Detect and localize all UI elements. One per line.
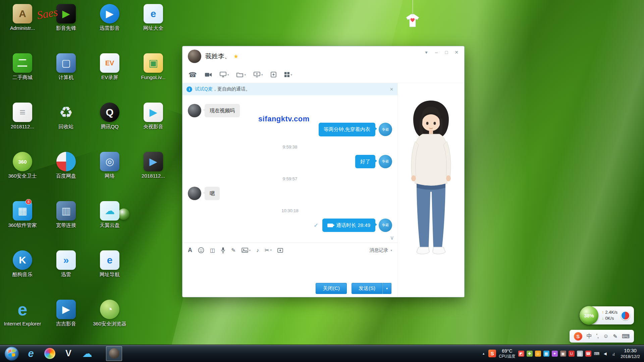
desktop-icon-doc-20181122[interactable]: ≡2018112... (2, 103, 43, 130)
net-speed-widget[interactable]: 38% ↑2.4K/s ↓0K/s (580, 306, 634, 324)
desktop-icon-video-20181122[interactable]: ▶2018112... (133, 152, 174, 179)
qq-show-panel[interactable] (398, 83, 464, 297)
image-button[interactable]: ▾ (241, 248, 251, 253)
window-shake-button[interactable]: ◫ (210, 248, 215, 253)
desktop-icon-fungoliv[interactable]: ▣FungoLiv... (133, 53, 174, 81)
desktop-icon-360-browser[interactable]: ◔360安全浏览器 (89, 300, 130, 327)
desktop-icon-broadband[interactable]: ▥宽带连接 (46, 201, 87, 229)
taskbar-button-qq-chat[interactable] (106, 346, 122, 361)
tray-app-5[interactable]: ✦ (552, 351, 558, 357)
desktop-icon-wangzhi-daquan[interactable]: e网址大全 (133, 4, 174, 32)
desktop-icon-network[interactable]: ◎网络 (89, 152, 130, 179)
tray-app-6[interactable]: ▣ (560, 351, 566, 357)
desktop-icon-yingyin-xianfeng[interactable]: ▶Saes影音先锋 (46, 4, 87, 32)
emoji-picker-icon[interactable]: ☺ (603, 333, 608, 339)
desktop-icon-ev-luping[interactable]: EVEV录屏 (89, 53, 130, 81)
sogou-logo-icon[interactable]: S (574, 332, 582, 341)
taskbar-clock[interactable]: 10:30 2018/12/2 (621, 348, 640, 359)
tray-app-9[interactable]: ☎ (585, 351, 591, 357)
taskbar-button-v-player[interactable]: V (60, 346, 76, 361)
video-call-button[interactable] (202, 71, 215, 79)
peer-avatar-large[interactable] (188, 50, 201, 63)
tray-app-3[interactable]: ☺ (535, 351, 541, 357)
desktop-icon-label: 网络 (89, 173, 130, 179)
screen-share-button[interactable]: ▾ (251, 70, 266, 79)
window-titlebar[interactable]: 莪姓李、 ★ ▾ – □ ✕ (182, 46, 464, 66)
cbox-icon: ▶ (144, 103, 163, 122)
desktop-icon-xunlei[interactable]: »迅雷 (46, 250, 87, 278)
message-vault-button[interactable] (277, 247, 283, 253)
desktop-icon-360-safe[interactable]: 360360安全卫士 (2, 152, 43, 179)
tray-app-8[interactable]: ▧ (577, 351, 583, 357)
message-input[interactable] (182, 257, 397, 280)
desktop-icon-label: 360安全卫士 (2, 173, 43, 179)
desktop-icon-cctv-yingyin[interactable]: ▶央视影音 (133, 103, 174, 130)
desktop-icon-wangzhi-daohang[interactable]: e网址导航 (89, 250, 130, 278)
tray-app-2[interactable]: ✚ (527, 351, 533, 357)
message-history-button[interactable]: 消息记录 ▾ (369, 247, 392, 253)
message-row: 嗯 (188, 187, 392, 200)
chat-title: 莪姓李、 (205, 52, 231, 61)
scroll-down-icon[interactable]: ∨ (390, 234, 394, 241)
music-button[interactable]: ♪ (256, 248, 259, 253)
maximize-button[interactable]: □ (441, 48, 451, 56)
tray-keyboard-icon[interactable]: ⌨ (594, 351, 600, 357)
tray-volume-icon[interactable]: ◀ (602, 351, 608, 357)
close-button[interactable]: ✕ (451, 48, 462, 56)
desktop-icon-recycle-bin[interactable]: ♻回收站 (46, 103, 87, 130)
chinese-mode-icon[interactable]: 中 (587, 333, 592, 340)
tray-app-4[interactable]: ▦ (543, 351, 549, 357)
self-avatar[interactable]: 争霸 (379, 155, 392, 168)
sogou-input-icon[interactable]: S (488, 350, 496, 357)
360-ball-icon[interactable] (621, 311, 630, 320)
voice-message-button[interactable] (221, 247, 225, 253)
handwriting-icon[interactable]: ✎ (613, 333, 618, 340)
font-button[interactable]: A (188, 247, 192, 254)
desktop-icon-baidu-pan[interactable]: 百度网盘 (46, 152, 87, 179)
desktop-icon-administrator[interactable]: AAdministr... (2, 4, 43, 32)
ie-icon: e (144, 4, 163, 23)
taskbar-button-ie[interactable]: e (23, 346, 39, 361)
emoji-button[interactable] (198, 247, 204, 253)
desktop-icon-tencent-qq[interactable]: Q腾讯QQ (89, 103, 130, 130)
handwrite-button[interactable]: ✎ (231, 248, 235, 253)
desktop-icon-internet-explorer[interactable]: eInternet Explorer (2, 300, 43, 327)
voice-call-button[interactable]: ☎ (186, 70, 200, 79)
system-tray: ▲ S 69°C CPU温度 ◩✚☺▦✦▣U▧☎⌨◀⣴ 10:30 2018/1… (482, 348, 642, 359)
desktop-icon-360-manager[interactable]: ▦8360软件管家 (2, 201, 43, 229)
peer-avatar[interactable] (188, 104, 201, 117)
close-chat-button[interactable]: 关闭(C) (316, 283, 347, 294)
self-avatar[interactable]: 争霸 (379, 219, 392, 232)
self-avatar[interactable]: 争霸 (379, 123, 392, 136)
punctuation-icon[interactable]: ', (596, 333, 599, 339)
tip-close-icon[interactable]: ✕ (390, 87, 393, 92)
screenshot-cut-button[interactable]: ✂▾ (265, 248, 272, 253)
create-group-button[interactable] (268, 70, 279, 79)
start-button[interactable] (4, 346, 19, 361)
send-button[interactable]: 发送(S) (352, 283, 382, 294)
cpu-temp-widget[interactable]: 69°C CPU温度 (499, 348, 515, 359)
taskbar-button-cloud-app[interactable]: ☁ (79, 346, 95, 361)
peer-avatar[interactable] (188, 187, 201, 200)
screen-capture-button[interactable]: ▾ (217, 70, 232, 79)
desktop-icon-ershou-shangcheng[interactable]: 二二手商城 (2, 53, 43, 81)
taskbar-button-sogou-browser[interactable] (42, 346, 58, 361)
keyboard-icon[interactable]: ⌨ (622, 333, 630, 340)
desktop-icon-xunlei-yingyin[interactable]: ▶迅雷影音 (89, 4, 130, 32)
desktop-icon-kugou[interactable]: K酷狗音乐 (2, 250, 43, 278)
hidden-icons-button[interactable]: ▲ (482, 352, 485, 355)
tray-app-1[interactable]: ◩ (518, 351, 524, 357)
memory-ball[interactable]: 38% (580, 306, 598, 325)
tray-network-icon[interactable]: ⣴ (610, 351, 616, 357)
window-menu-button[interactable]: ▾ (421, 48, 431, 56)
minimize-button[interactable]: – (431, 48, 441, 56)
tray-app-7[interactable]: U (569, 351, 575, 357)
apps-button[interactable]: ▾ (281, 70, 295, 79)
send-file-button[interactable]: ▾ (234, 71, 249, 79)
send-options-button[interactable]: ▾ (382, 283, 391, 294)
desktop-icon-computer[interactable]: ▢计算机 (46, 53, 87, 81)
desktop-icon-jiji-yingyin[interactable]: ▶吉吉影音 (46, 300, 87, 327)
desktop-icon-tianyi-cloud[interactable]: ☁天翼云盘 (89, 201, 130, 229)
tip-link[interactable]: 试试Q麦 (195, 86, 213, 92)
shirt-gadget[interactable] (404, 0, 421, 29)
